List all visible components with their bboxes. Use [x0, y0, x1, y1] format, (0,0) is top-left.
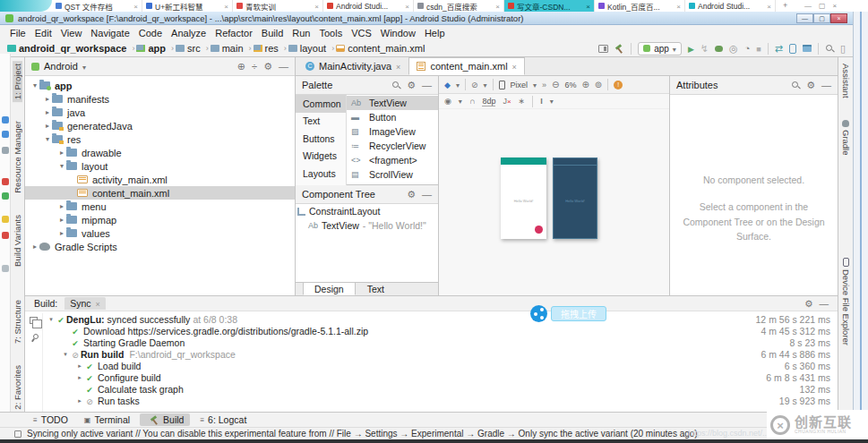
browser-tab-close-icon[interactable] — [133, 2, 138, 11]
view-options-icon[interactable] — [444, 97, 451, 106]
tree-expand-arrow[interactable]: ▸ — [43, 95, 52, 103]
build-sync-tab[interactable]: Sync — [64, 297, 106, 310]
tree-row[interactable]: ▸ drawable — [25, 146, 295, 159]
tree-expand-arrow[interactable]: ▸ — [57, 229, 66, 237]
tree-expand-arrow[interactable]: ▾ — [43, 135, 52, 143]
component-tree-row[interactable]: Ab TextView - "Hello World!" — [296, 218, 438, 233]
tree-expand-arrow[interactable]: ▸ — [75, 397, 84, 405]
tree-expand-arrow[interactable]: ▸ — [43, 122, 52, 130]
browser-tab[interactable]: 写文章-CSDN... — [504, 0, 595, 12]
tree-row[interactable]: activity_main.xml — [25, 173, 295, 186]
browser-tab[interactable]: csdn_百度搜索 — [414, 0, 504, 12]
hide-panel-icon[interactable] — [820, 298, 829, 309]
hide-panel-icon[interactable] — [279, 61, 288, 72]
gear-icon[interactable] — [806, 80, 815, 91]
build-output-row[interactable]: Download https://services.gradle.org/dis… — [43, 326, 834, 337]
coverage-icon[interactable] — [729, 43, 738, 55]
menu-item[interactable]: View — [56, 28, 87, 38]
hide-panel-icon[interactable] — [821, 80, 831, 90]
debug-button[interactable] — [715, 46, 723, 52]
tree-row[interactable]: content_main.xml — [25, 186, 295, 200]
tool-stripe-button[interactable]: Gradle — [841, 117, 851, 158]
menu-item[interactable]: Edit — [30, 28, 56, 38]
palette-item[interactable]: <> <fragment> — [347, 153, 438, 167]
browser-tab-close-icon[interactable] — [676, 2, 681, 11]
infer-constraints-icon[interactable] — [519, 97, 526, 106]
breadcrumb-item[interactable]: android_qr_workspace › — [7, 43, 134, 54]
palette-category[interactable]: Widgets — [296, 148, 346, 166]
tool-stripe-button[interactable]: 7: Structure — [13, 297, 22, 346]
restart-sync-icon[interactable] — [30, 317, 38, 324]
menu-item[interactable]: Run — [288, 28, 314, 38]
tree-expand-arrow[interactable]: ▸ — [57, 149, 66, 157]
zoom-fit-icon[interactable] — [595, 80, 602, 89]
sync-gradle-icon[interactable] — [775, 43, 783, 55]
device-selector[interactable]: Pixel — [511, 81, 529, 89]
palette-item[interactable]: ≔ RecyclerView — [347, 139, 438, 153]
clear-constraints-icon[interactable]: J× — [503, 97, 511, 106]
menu-item[interactable]: Window — [376, 28, 420, 38]
browser-close-button[interactable]: × — [833, 2, 838, 10]
palette-category[interactable]: Layouts — [296, 165, 346, 183]
browser-tab-close-icon[interactable] — [314, 2, 319, 11]
menu-item[interactable]: Build — [257, 28, 288, 38]
browser-tab[interactable]: 青软实训 — [233, 0, 323, 12]
project-view-selector[interactable]: Android — [44, 61, 78, 72]
editor-tab-close-icon[interactable] — [396, 61, 400, 72]
tree-expand-arrow[interactable]: ▸ — [75, 374, 84, 381]
browser-tab-close-icon[interactable] — [495, 2, 500, 11]
tree-row[interactable]: ▸ Gradle Scripts — [25, 240, 295, 253]
event-log-icon[interactable] — [14, 430, 21, 438]
tool-stripe-button[interactable]: 1: Project — [13, 61, 22, 102]
pin-icon[interactable] — [30, 333, 39, 342]
editor-tab-close-icon[interactable] — [512, 61, 517, 72]
collapse-all-icon[interactable] — [252, 61, 257, 72]
tree-expand-arrow[interactable]: ▾ — [61, 351, 70, 358]
tool-stripe-button[interactable]: Assistant — [841, 61, 851, 101]
browser-maximize-button[interactable]: ▢ — [819, 2, 826, 10]
gear-icon[interactable] — [407, 80, 416, 91]
browser-tab-close-icon[interactable] — [405, 2, 409, 11]
tree-row[interactable]: ▸ values — [25, 226, 295, 240]
browser-tab[interactable]: Android Studi... — [685, 0, 776, 12]
build-output-row[interactable]: ▾ Run build F:\android_qr_workspace 6 m … — [43, 349, 834, 361]
palette-category[interactable]: Common — [296, 95, 346, 113]
sdk-manager-icon[interactable] — [803, 45, 812, 52]
orientation-icon[interactable] — [471, 81, 478, 89]
tree-expand-arrow[interactable]: ▸ — [30, 243, 39, 251]
share-upload-icon[interactable] — [530, 305, 547, 322]
tool-window-button[interactable]: ≡ TODO — [27, 413, 74, 426]
tree-row[interactable]: ▸ mipmap — [25, 213, 295, 226]
tool-stripe-button[interactable]: Device File Explorer — [841, 255, 851, 348]
minimize-button[interactable]: — — [796, 13, 813, 23]
browser-tab-close-icon[interactable] — [224, 2, 228, 11]
menu-item[interactable]: Code — [134, 28, 167, 38]
component-tree-row[interactable]: Ab ConstraintLayout — [296, 204, 438, 218]
zoom-out-icon[interactable] — [552, 80, 559, 89]
tree-expand-arrow[interactable]: ▸ — [43, 108, 52, 116]
design-preview-screen[interactable]: Hello World! — [501, 158, 546, 239]
tree-row[interactable]: ▸ generatedJava — [25, 119, 295, 132]
build-output-row[interactable]: ▾ DengLu: synced successfully at 6/8 0:3… — [43, 314, 834, 326]
zoom-in-icon[interactable] — [581, 80, 589, 89]
tool-stripe-button[interactable]: Build Variants — [13, 212, 22, 269]
tree-row[interactable]: ▾ res — [25, 132, 295, 146]
drag-upload-button[interactable]: 拖拽上传 — [551, 306, 606, 321]
profiler-icon[interactable] — [744, 43, 751, 54]
palette-category[interactable]: Buttons — [296, 130, 346, 148]
palette-item[interactable]: ▬ Button — [347, 110, 438, 124]
tool-stripe-button[interactable]: 2: Favorites — [13, 362, 22, 413]
tree-row[interactable]: ▾ layout — [25, 159, 295, 173]
breadcrumb-item[interactable]: app › — [136, 43, 174, 54]
blueprint-preview-screen[interactable]: Hello World! — [553, 158, 597, 239]
breadcrumb-item[interactable]: layout › — [288, 43, 334, 54]
browser-tab-close-icon[interactable] — [586, 2, 590, 11]
tool-window-button[interactable]: ▣ Terminal — [78, 413, 136, 426]
build-output-row[interactable]: ▸ Configure build 6 m 8 s 431 ms — [43, 371, 834, 383]
run-button[interactable] — [688, 43, 694, 54]
gear-icon[interactable] — [407, 189, 416, 200]
breadcrumb-item[interactable]: res › — [254, 43, 287, 54]
tool-windows-icon[interactable] — [598, 45, 608, 53]
palette-item[interactable]: Ab TextView — [347, 96, 438, 110]
search-icon[interactable] — [391, 81, 400, 89]
